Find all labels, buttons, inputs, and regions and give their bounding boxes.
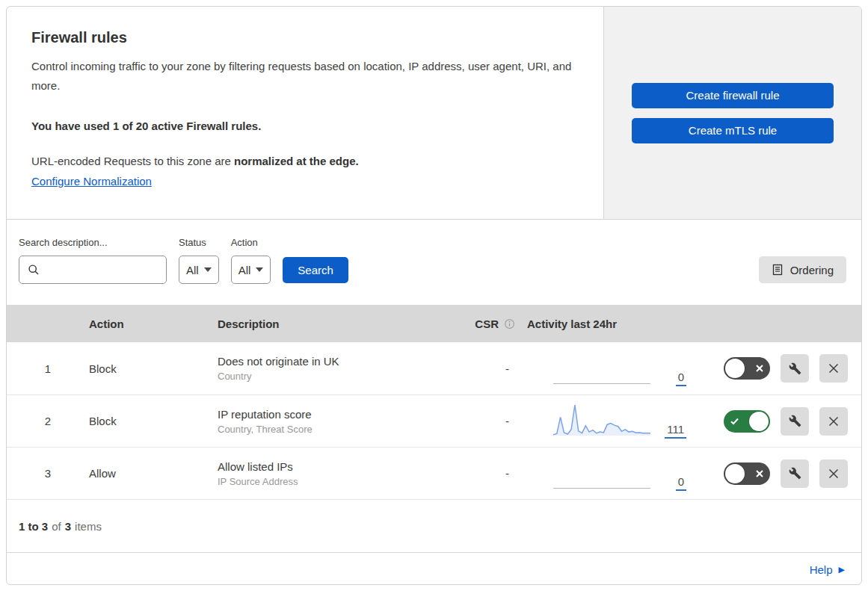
delete-rule-button[interactable] [819, 407, 848, 436]
edit-rule-button[interactable] [781, 407, 809, 436]
activity-sparkline-empty [553, 383, 650, 384]
table-row: 3 Allow Allow listed IPs IP Source Addre… [7, 447, 861, 499]
rule-description: Does not originate in UK [218, 355, 464, 368]
status-value: All [186, 264, 199, 276]
page-title: Firewall rules [31, 29, 573, 46]
rule-fields: Country [218, 371, 464, 382]
items-total: 3 [65, 520, 71, 533]
table-header: Action Description CSR Activity last 24h… [7, 305, 861, 342]
page-description: Control incoming traffic to your zone by… [31, 57, 573, 96]
info-icon[interactable] [504, 318, 515, 329]
help-bar: Help ▶ [7, 552, 861, 585]
create-mtls-rule-button[interactable]: Create mTLS rule [632, 118, 834, 143]
close-icon [828, 468, 840, 480]
normalization-bold: normalized at the edge. [234, 155, 359, 167]
edit-rule-button[interactable] [781, 354, 809, 383]
search-button[interactable]: Search [283, 257, 348, 283]
rule-csr: - [464, 467, 518, 480]
firewall-rules-panel: Firewall rules Control incoming traffic … [6, 6, 862, 585]
rule-action: Block [89, 415, 218, 427]
search-label: Search description... [19, 237, 167, 248]
delete-rule-button[interactable] [819, 354, 848, 383]
pagination-summary: 1 to 3 of 3 items [7, 500, 861, 552]
search-icon [28, 264, 40, 276]
chevron-down-icon [256, 267, 263, 272]
rule-fields: Country, Threat Score [218, 424, 464, 435]
arrow-right-icon: ▶ [839, 566, 845, 574]
rule-action: Allow [89, 467, 218, 480]
rule-csr: - [464, 415, 518, 427]
rule-description: IP reputation score [218, 408, 464, 421]
close-icon [828, 362, 840, 374]
chevron-down-icon [204, 267, 212, 272]
edit-rule-button[interactable] [781, 460, 809, 488]
rule-enabled-toggle[interactable] [724, 462, 770, 485]
column-header-description: Description [218, 318, 464, 330]
status-label: Status [179, 237, 219, 248]
usage-summary: You have used 1 of 20 active Firewall ru… [31, 120, 573, 132]
rule-fields: IP Source Address [218, 476, 464, 487]
wrench-icon [789, 415, 801, 427]
status-dropdown[interactable]: All [179, 256, 219, 284]
check-icon [730, 415, 739, 428]
ordering-list-icon [772, 264, 784, 276]
activity-count-link[interactable]: 0 [676, 371, 686, 386]
column-header-activity: Activity last 24hr [518, 318, 719, 330]
rule-action: Block [89, 362, 218, 375]
x-icon [756, 467, 763, 480]
action-label: Action [231, 237, 271, 248]
header-text-block: Firewall rules Control incoming traffic … [7, 7, 603, 219]
normalization-prefix: URL-encoded Requests to this zone are [31, 155, 234, 167]
activity-sparkline-empty [553, 488, 650, 489]
filter-bar: Search description... Status All Action [7, 220, 861, 305]
rule-csr: - [464, 362, 518, 375]
x-icon [756, 362, 763, 375]
rule-description: Allow listed IPs [218, 460, 464, 473]
create-firewall-rule-button[interactable]: Create firewall rule [632, 83, 834, 108]
rule-priority: 3 [7, 467, 89, 480]
header-section: Firewall rules Control incoming traffic … [7, 7, 861, 220]
column-header-csr: CSR [475, 318, 499, 330]
search-box[interactable] [19, 256, 167, 284]
toggle-knob [749, 412, 769, 431]
wrench-icon [789, 362, 801, 375]
delete-rule-button[interactable] [819, 460, 848, 488]
rule-enabled-toggle[interactable] [724, 410, 770, 433]
actions-panel: Create firewall rule Create mTLS rule [603, 7, 861, 219]
action-value: All [238, 264, 251, 276]
toggle-knob [725, 464, 745, 483]
items-range: 1 to 3 [19, 520, 48, 533]
ordering-button[interactable]: Ordering [759, 256, 846, 283]
configure-normalization-link[interactable]: Configure Normalization [31, 175, 152, 188]
rule-priority: 2 [7, 415, 89, 427]
action-dropdown[interactable]: All [231, 256, 271, 284]
rule-priority: 1 [7, 362, 89, 375]
toggle-knob [725, 359, 745, 378]
normalization-note: URL-encoded Requests to this zone are no… [31, 155, 573, 167]
table-row: 2 Block IP reputation score Country, Thr… [7, 394, 861, 447]
activity-sparkline-chart [553, 403, 650, 436]
activity-count-link[interactable]: 111 [665, 423, 686, 439]
close-icon [828, 415, 840, 427]
ordering-label: Ordering [790, 264, 834, 276]
rules-table-body: 1 Block Does not originate in UK Country… [7, 342, 861, 500]
table-row: 1 Block Does not originate in UK Country… [7, 342, 861, 394]
activity-count-link[interactable]: 0 [676, 475, 686, 491]
wrench-icon [789, 467, 801, 480]
search-input[interactable] [46, 264, 181, 276]
help-link[interactable]: Help ▶ [810, 563, 845, 576]
column-header-action: Action [89, 318, 218, 330]
rule-enabled-toggle[interactable] [724, 357, 770, 380]
